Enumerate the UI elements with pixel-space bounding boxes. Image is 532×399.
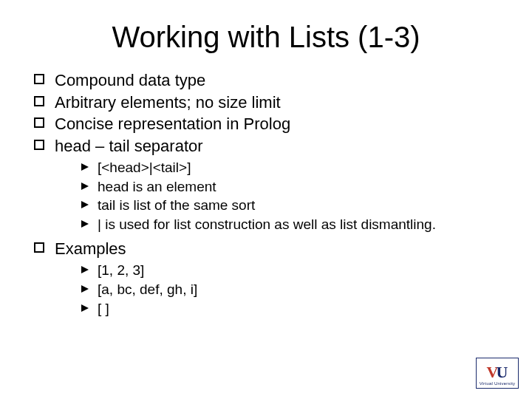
bullet-item: Concise representation in Prolog (34, 114, 502, 134)
sub-bullet-item: | is used for list construction as well … (81, 216, 502, 234)
sub-bullet-item: [a, bc, def, gh, i] (81, 281, 502, 299)
sub-bullet-item: [1, 2, 3] (81, 262, 502, 280)
sub-bullet-list: [<head>|<tail>] head is an element tail … (81, 159, 502, 234)
bullet-text: Examples (55, 239, 126, 258)
bullet-item: Compound data type (34, 70, 502, 91)
logo-subtext: Virtual University (480, 381, 516, 386)
slide-title: Working with Lists (1-3) (30, 21, 502, 54)
slide: Working with Lists (1-3) Compound data t… (0, 0, 532, 399)
sub-bullet-item: head is an element (81, 178, 502, 197)
sub-bullet-item: [<head>|<tail>] (81, 159, 502, 177)
sub-bullet-list: [1, 2, 3] [a, bc, def, gh, i] [ ] (81, 262, 502, 318)
vu-logo: V U Virtual University (476, 358, 519, 389)
bullet-text: head – tail separator (55, 137, 203, 155)
sub-bullet-item: tail is list of the same sort (81, 197, 502, 215)
bullet-item: head – tail separator [<head>|<tail>] he… (34, 136, 502, 234)
logo-mark: V U (487, 361, 508, 381)
bullet-item: Examples [1, 2, 3] [a, bc, def, gh, i] [… (34, 239, 502, 318)
logo-letter-u: U (497, 364, 508, 381)
sub-bullet-item: [ ] (81, 300, 502, 318)
bullet-list: Compound data type Arbitrary elements; n… (34, 70, 502, 318)
bullet-item: Arbitrary elements; no size limit (34, 92, 502, 113)
